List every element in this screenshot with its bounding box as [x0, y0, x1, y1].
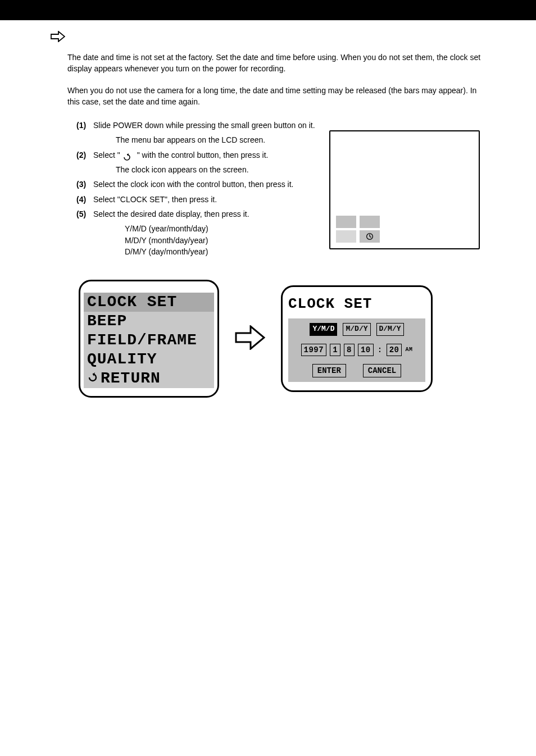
enter-button: ENTER [312, 364, 346, 377]
menu-item-field-frame: FIELD/FRAME [84, 331, 214, 350]
intro-paragraph-1: The date and time is not set at the fact… [67, 52, 491, 75]
mini-cell-top-left [336, 216, 356, 228]
year-value: 1997 [301, 344, 327, 356]
step-4-text: Select "CLOCK SET", then press it. [93, 195, 217, 204]
cancel-button: CANCEL [363, 364, 401, 377]
mini-cell-top-right [360, 216, 380, 228]
mini-screen-figure [329, 130, 480, 249]
menu-item-return-label: RETURN [101, 370, 161, 388]
intro-paragraph-2: When you do not use the camera for a lon… [67, 85, 491, 108]
format-ymd: Y/M/D [310, 323, 337, 336]
mini-cell-clock-icon [360, 230, 380, 243]
month-value: 1 [330, 344, 340, 356]
top-black-bar [0, 0, 536, 20]
step-2-tail: " with the control button, then press it… [137, 151, 269, 160]
menu-item-quality: QUALITY [84, 350, 214, 369]
step-3-num: (3) [76, 179, 93, 190]
return-icon [87, 369, 98, 388]
ampm-value: AM [405, 346, 412, 354]
step-2-num: (2) [76, 149, 93, 161]
clockset-title: CLOCK SET [288, 294, 425, 315]
minute-value: 20 [387, 344, 402, 356]
step-1-num: (1) [76, 120, 93, 131]
menu-item-clock-set: CLOCK SET [84, 293, 214, 312]
loop-arrow-icon [122, 153, 134, 161]
big-arrow-right-icon [235, 325, 265, 353]
step-1-text: Slide POWER down while pressing the smal… [93, 121, 315, 130]
step-5-text: Select the desired date display, then pr… [93, 210, 249, 218]
format-dmy: D/M/Y [376, 323, 404, 336]
menu-item-beep: BEEP [84, 312, 214, 331]
menu-item-return: RETURN [84, 369, 214, 388]
format-mdy: M/D/Y [343, 323, 370, 336]
step-5-num: (5) [76, 208, 93, 220]
lcd-menu-figure: CLOCK SET BEEP FIELD/FRAME QUALITY RETUR… [79, 280, 219, 398]
step-4-num: (4) [76, 194, 93, 205]
lcd-clockset-figure: CLOCK SET Y/M/D M/D/Y D/M/Y 1997 1 8 10:… [281, 285, 433, 392]
day-value: 8 [344, 344, 355, 356]
hour-value: 10 [358, 344, 374, 356]
step-3-text: Select the clock icon with the control b… [93, 180, 293, 189]
step-2-text: Select " [93, 151, 120, 160]
mini-cell-bottom-left [336, 230, 356, 243]
